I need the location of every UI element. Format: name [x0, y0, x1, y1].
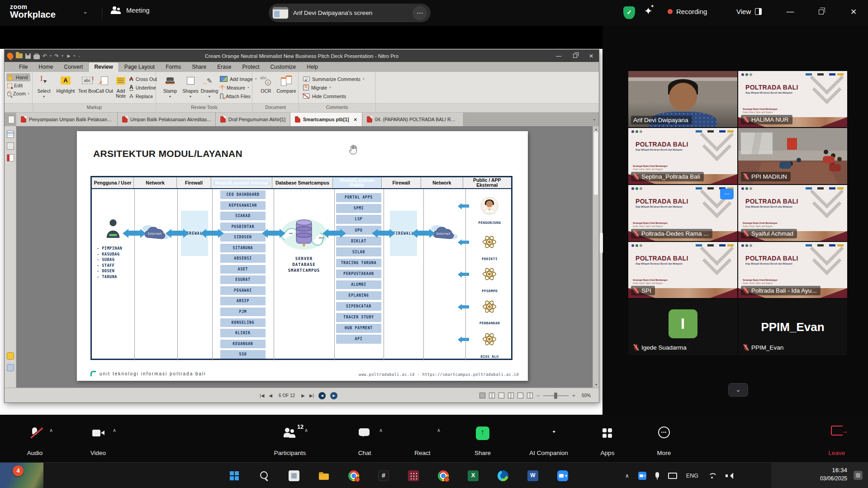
tab-meeting[interactable]: Meeting [111, 6, 150, 14]
signatures-icon[interactable] [7, 364, 14, 371]
participant-tile-poltrada-dedes-rama[interactable]: POLTRADA BALI Siap Wilayah Birokrasi Ber… [628, 185, 737, 241]
nitro-restore-icon[interactable] [573, 54, 577, 58]
doc-tab-penyampaian-umpan-balik-pelaks[interactable]: Penyampaian Umpan Balik Pelaksana...✕ [16, 113, 118, 126]
search-icon[interactable] [259, 470, 270, 481]
menu-help[interactable]: Help [301, 62, 323, 72]
chrome-icon[interactable] [438, 470, 449, 481]
restore-button[interactable] [814, 7, 828, 16]
highlight-button[interactable]: AHighlight [54, 74, 77, 94]
hide-comments-button[interactable]: Hide Comments [303, 92, 365, 100]
menu-customize[interactable]: Customize [265, 62, 302, 72]
participant-tile-igede-suadarma[interactable]: POLTRADA BALI Siap Wilayah Birokrasi Ber… [628, 299, 737, 355]
hidden-icons-chevron-icon[interactable]: ∧ [625, 473, 629, 479]
display-icon[interactable] [668, 473, 677, 479]
view-back-icon[interactable]: ◀ [318, 392, 326, 399]
cross-out-button[interactable]: ACross Out [129, 75, 157, 83]
migrate-button[interactable]: Migrate▾ [303, 83, 365, 92]
view-forward-icon[interactable]: ▶ [330, 392, 337, 399]
apps-button[interactable]: ∧ Apps [588, 424, 626, 456]
chevron-up-icon[interactable]: ∧ [379, 427, 383, 433]
participant-tile-halima-nur[interactable]: POLTRADA BALI Siap Wilayah Birokrasi Ber… [738, 71, 847, 127]
menu-forms[interactable]: Forms [160, 62, 186, 72]
windows-icon[interactable] [229, 470, 240, 481]
page-thumbnails-icon[interactable] [7, 131, 14, 138]
security-shield-icon[interactable]: ✓ [623, 6, 635, 19]
participant-tile-ppim-evan[interactable]: POLTRADA BALI Siap Wilayah Birokrasi Ber… [738, 299, 847, 355]
document-canvas[interactable]: ARSITEKTUR MODUL/LAYANAN Pengguna / User… [16, 126, 593, 388]
menu-page-layout[interactable]: Page Layout [119, 62, 160, 72]
print-icon[interactable] [33, 55, 40, 59]
volume-icon[interactable] [726, 472, 734, 479]
nitro-logo-icon[interactable] [6, 52, 15, 61]
redo-caret-icon[interactable]: ▾ [62, 54, 63, 58]
tile-more-button[interactable]: ⋯ [720, 189, 734, 199]
menu-erase[interactable]: Erase [212, 62, 237, 72]
participant-tile-ppi-madiun[interactable]: POLTRADA BALI Siap Wilayah Birokrasi Ber… [738, 128, 847, 184]
participant-tile-poltrada-bali-ida-ayu[interactable]: POLTRADA BALI Siap Wilayah Birokrasi Ber… [738, 242, 847, 298]
attachments-icon[interactable] [7, 142, 14, 150]
last-page-icon[interactable]: ▶| [309, 393, 314, 398]
undo-caret-icon[interactable]: ▾ [50, 54, 52, 58]
layout-continuous-icon[interactable] [498, 393, 504, 398]
close-tab-icon[interactable]: ✕ [354, 117, 357, 122]
ai-companion-sparkle-icon[interactable]: ✦ [644, 5, 652, 17]
drawing-button[interactable]: ✎Drawing▼ [200, 74, 219, 99]
first-page-icon[interactable]: |◀ [260, 393, 264, 398]
nitro-minimize-icon[interactable]: — [556, 53, 561, 59]
shared-screen-pill[interactable]: Arif Devi Dwipayana's screen ⋯ [269, 4, 431, 22]
tab-overflow-icon[interactable]: ⌄ [593, 116, 596, 121]
compare-button[interactable]: Compare [275, 74, 298, 94]
quick-access-toolbar[interactable]: ↶▾ ↷▾ ➤▾ ⌄ [5, 52, 81, 59]
hash-icon[interactable] [378, 470, 389, 481]
zoom-in-icon[interactable]: + [572, 393, 575, 399]
wifi-icon[interactable] [707, 472, 716, 479]
participant-tile-septina-poltrada-bali[interactable]: POLTRADA BALI Siap Wilayah Birokrasi Ber… [628, 128, 737, 184]
underline-button[interactable]: AUnderline [129, 83, 157, 92]
excel-icon[interactable] [468, 470, 479, 481]
edge-icon[interactable] [498, 470, 508, 481]
layout-fullscreen-icon[interactable] [527, 393, 533, 398]
chevron-up-icon[interactable]: ∧ [49, 427, 53, 433]
menu-file[interactable]: File [14, 62, 33, 72]
select-tool-icon[interactable]: ➤ [66, 53, 71, 59]
chevron-up-icon[interactable]: ∧ [437, 427, 441, 433]
doc-tab-04-paparan-poltrada-bali-road[interactable]: 04. (PAPARAN) POLTRADA BALI ROAD ...✕ [362, 113, 464, 126]
redo-icon[interactable]: ↷ [54, 53, 59, 59]
gallery-scroll-down-button[interactable]: ⌄ [728, 383, 748, 397]
view-button[interactable]: View [736, 8, 762, 15]
participant-tile-arif-devi-dwipayana[interactable]: POLTRADA BALI Siap Wilayah Birokrasi Ber… [628, 71, 737, 127]
zoom-out-icon[interactable]: − [536, 393, 540, 399]
more-options-icon[interactable]: ⋯ [413, 6, 427, 20]
minimize-button[interactable]: — [783, 7, 797, 16]
zoom-tray-icon[interactable] [638, 472, 646, 480]
bookmarks-icon[interactable] [7, 154, 14, 161]
notification-center-icon[interactable] [854, 471, 863, 480]
vertical-scrollbar[interactable]: ▲ ▼ [593, 126, 599, 388]
leave-button[interactable]: Leave [816, 424, 857, 456]
menu-protect[interactable]: Protect [237, 62, 265, 72]
summarize-comments-button[interactable]: Summarize Comments▾ [303, 75, 365, 83]
shapes-button[interactable]: Shapes▼ [181, 74, 200, 99]
prev-page-icon[interactable]: ◀ [269, 393, 272, 398]
chevron-up-icon[interactable]: ∧ [304, 427, 308, 433]
scrollbar-thumb[interactable] [594, 132, 598, 195]
layout-facing-icon[interactable] [489, 393, 495, 398]
grid-icon[interactable] [408, 470, 419, 481]
word-icon[interactable] [527, 470, 538, 481]
comments-panel-icon[interactable] [7, 352, 14, 360]
select-button[interactable]: Select▼ [34, 74, 53, 99]
nitro-close-icon[interactable]: ✕ [589, 53, 593, 59]
zoom-tool-button[interactable]: Zoom▾ [6, 90, 30, 98]
menu-home[interactable]: Home [33, 62, 58, 72]
app-icon[interactable] [289, 470, 299, 481]
close-button[interactable]: ✕ [847, 7, 860, 17]
chevron-up-icon[interactable]: ∧ [113, 427, 116, 433]
layout-grid-icon[interactable] [508, 393, 514, 398]
language-indicator[interactable]: ENG [686, 473, 698, 479]
text-box-button[interactable]: abcText Box [78, 74, 97, 94]
more-button[interactable]: ∧ More [645, 424, 683, 456]
doc-tab-draf-pengumuman-akhir-1[interactable]: Draf Pengumuman Akhir[1]✕ [216, 113, 290, 126]
doc-tab-umpan-balik-pelaksanaan-akredi[interactable]: Umpan Balik Pelaksanaan Akreditas...✕ [118, 113, 216, 126]
participant-tile-spi[interactable]: POLTRADA BALI Siap Wilayah Birokrasi Ber… [628, 242, 737, 298]
open-icon[interactable] [16, 53, 23, 58]
